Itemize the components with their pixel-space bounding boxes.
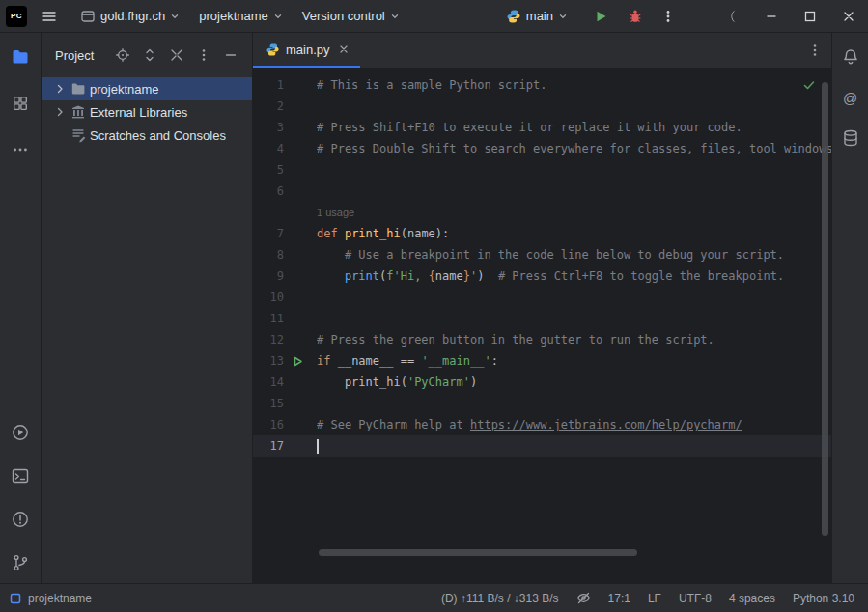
run-tool-button[interactable] <box>8 420 33 445</box>
notifications-button[interactable] <box>838 44 863 70</box>
code-line[interactable]: 9 print(f'Hi, {name}') # Press Ctrl+F8 t… <box>253 265 831 287</box>
horizontal-scrollbar[interactable] <box>319 549 637 556</box>
line-number: 17 <box>253 435 284 457</box>
code-line[interactable]: 2 <box>253 96 831 117</box>
code-line[interactable]: 11 <box>253 308 831 329</box>
code-line[interactable]: 14 print_hi('PyCharm') <box>253 372 831 393</box>
tree-item-projektname[interactable]: projektname <box>42 77 252 100</box>
version-control-tool-button[interactable] <box>8 550 33 575</box>
run-button[interactable] <box>586 3 615 30</box>
code-line[interactable]: 12# Press the green button in the gutter… <box>253 329 831 350</box>
code-line[interactable]: 7def print_hi(name): <box>253 223 831 244</box>
line-number: 3 <box>253 117 284 138</box>
python-file-icon <box>266 42 280 57</box>
code-text: print(f'Hi, {name}') # Press Ctrl+F8 to … <box>317 265 831 287</box>
activity-bar-top <box>8 44 33 162</box>
tab-main-py[interactable]: main.py <box>253 33 360 68</box>
line-number: 4 <box>253 138 284 159</box>
chevron-down-icon <box>170 12 180 21</box>
more-actions-button[interactable] <box>654 3 683 30</box>
code-line[interactable]: 17 <box>253 435 831 457</box>
caret-position-widget[interactable]: 17:1 <box>608 592 630 605</box>
run-config-widget[interactable]: main <box>499 5 574 28</box>
more-tool-windows-button[interactable] <box>8 137 33 162</box>
gutter-spacer <box>284 96 317 117</box>
status-project: projektname <box>10 592 92 605</box>
close-icon <box>843 11 854 22</box>
project-panel-toolbar <box>111 43 242 67</box>
gutter-spacer <box>284 287 317 308</box>
code-line[interactable]: 15 <box>253 393 831 414</box>
code-line[interactable]: 4# Press Double Shift to search everywhe… <box>253 138 831 159</box>
code-line[interactable]: 6 <box>253 181 831 202</box>
collapse-all-button[interactable] <box>165 43 188 67</box>
git-branch-icon <box>11 553 30 572</box>
vcs-widget[interactable]: Version control <box>295 5 406 27</box>
project-widget[interactable]: gold.fhgr.ch <box>73 5 186 28</box>
line-number: 7 <box>253 223 284 244</box>
tab-list-button[interactable] <box>798 33 831 68</box>
status-bar: projektname (D) ↑111 B/s / ↓313 B/s 17:1… <box>0 583 868 612</box>
line-number: 15 <box>253 393 284 414</box>
tree-item-external-libraries[interactable]: External Libraries <box>42 100 252 124</box>
encoding-widget[interactable]: UTF-8 <box>679 592 712 605</box>
usages-inlay-hint[interactable]: 1 usage <box>317 207 354 218</box>
code-line[interactable]: 8 # Use a breakpoint in the code line be… <box>253 244 831 265</box>
chevron-right-icon[interactable] <box>53 83 67 95</box>
gutter-spacer <box>284 329 317 350</box>
pycharm-logo: PC <box>6 6 27 27</box>
database-button[interactable] <box>838 125 863 151</box>
inspection-ok-icon[interactable] <box>802 78 816 92</box>
python-run-config-icon <box>506 9 521 24</box>
project-panel-options-button[interactable] <box>192 43 215 67</box>
problems-tool-button[interactable] <box>8 507 33 532</box>
structure-tool-button[interactable] <box>8 91 33 116</box>
code-line[interactable]: 5 <box>253 159 831 181</box>
project-square-icon <box>10 593 21 604</box>
tree-item-scratches[interactable]: Scratches and Consoles <box>42 124 252 147</box>
line-number: 8 <box>253 244 284 265</box>
tree-item-label: projektname <box>90 82 159 97</box>
network-speed-widget[interactable]: (D) ↑111 B/s / ↓313 B/s <box>441 592 559 605</box>
code-text: # Press Shift+F10 to execute it or repla… <box>317 117 831 138</box>
run-line-gutter-icon[interactable] <box>284 350 317 372</box>
ai-assistant-button[interactable]: @ <box>838 85 863 110</box>
line-number <box>253 202 284 223</box>
code-line[interactable]: 10 <box>253 287 831 308</box>
highlighting-level-button[interactable] <box>576 591 591 605</box>
code-line[interactable]: 13if __name__ == '__main__': <box>253 350 831 372</box>
hide-panel-button[interactable] <box>219 43 242 67</box>
code-line[interactable]: 3# Press Shift+F10 to execute it or repl… <box>253 117 831 138</box>
module-widget[interactable]: projektname <box>192 5 290 27</box>
close-button[interactable] <box>829 0 868 33</box>
code-line[interactable]: 16# See PyCharm help at https://www.jetb… <box>253 414 831 435</box>
chevron-right-icon[interactable] <box>53 106 67 118</box>
code-line[interactable]: 1# This is a sample Python script. <box>253 74 831 96</box>
minimize-button[interactable] <box>752 0 791 33</box>
pycharm-logo-text: PC <box>11 12 22 20</box>
vertical-scrollbar[interactable] <box>822 82 828 536</box>
terminal-tool-button[interactable] <box>8 463 33 488</box>
main-menu-button[interactable] <box>35 3 64 30</box>
inlay-hint-row[interactable]: 1 usage <box>253 202 831 223</box>
editor[interactable]: 1# This is a sample Python script.23# Pr… <box>253 69 831 583</box>
project-tree: projektname External Libraries Scratches… <box>42 77 252 147</box>
maximize-button[interactable] <box>791 0 829 33</box>
interpreter-widget[interactable]: Python 3.10 <box>793 592 854 605</box>
locate-file-button[interactable] <box>111 43 134 67</box>
run-config-label: main <box>526 9 553 23</box>
line-separator-widget[interactable]: LF <box>648 592 661 605</box>
code-text <box>317 181 831 202</box>
tab-close-button[interactable] <box>336 42 351 57</box>
right-toolbar: @ <box>831 33 868 583</box>
debug-button[interactable] <box>621 3 650 30</box>
line-number: 5 <box>253 159 284 181</box>
project-tool-button[interactable] <box>8 44 33 70</box>
expand-all-button[interactable] <box>138 43 161 67</box>
moon-button[interactable] <box>714 0 752 33</box>
indent-widget[interactable]: 4 spaces <box>729 592 775 605</box>
gutter-spacer <box>284 181 317 202</box>
vcs-widget-label: Version control <box>302 9 385 23</box>
gutter-spacer <box>284 308 317 329</box>
maximize-icon <box>804 11 816 22</box>
